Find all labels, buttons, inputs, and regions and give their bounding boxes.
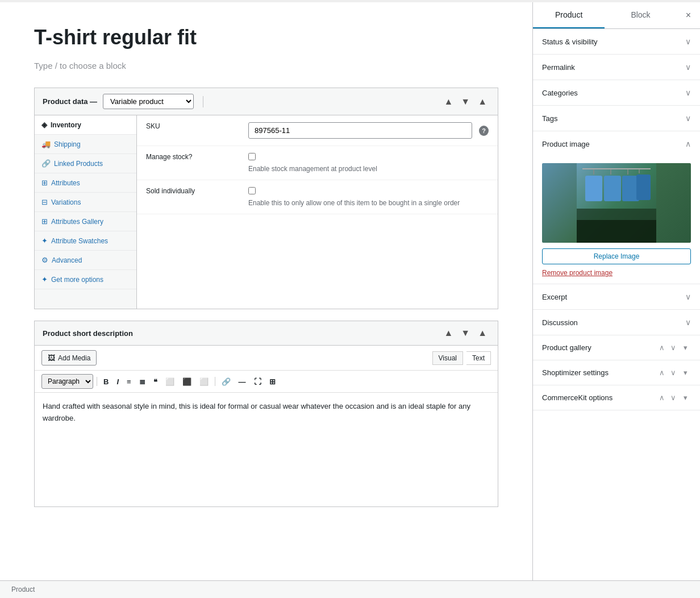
excerpt-section: Excerpt ∨ [533, 284, 700, 310]
product-gallery-down-btn[interactable]: ∨ [669, 342, 678, 353]
align-left-btn[interactable]: ⬜ [163, 376, 177, 388]
short-desc-up-btn[interactable]: ▲ [441, 327, 456, 339]
bold-btn[interactable]: B [101, 376, 111, 388]
right-panel: Product Block × Status & visibility ∨ Pe… [532, 2, 700, 580]
tab-shipping[interactable]: 🚚 Shipping [35, 135, 136, 154]
manage-stock-label: Manage stock? [137, 146, 239, 180]
commercekit-header: CommerceKit options ∧ ∨ ▾ [533, 385, 700, 410]
tab-inventory[interactable]: ◈ Inventory [35, 115, 136, 135]
wp-admin: T-shirt regular fit Type / to choose a b… [0, 0, 700, 598]
star-icon: ✦ [41, 275, 48, 284]
collapse-up-btn[interactable]: ▲ [441, 95, 456, 108]
status-visibility-header[interactable]: Status & visibility ∨ [533, 29, 700, 54]
align-center-btn[interactable]: ⬛ [180, 376, 194, 388]
manage-stock-checkbox-row [248, 153, 489, 160]
sold-individually-checkbox-row [248, 187, 489, 194]
format-select[interactable]: Paragraph [41, 374, 93, 389]
tab-linked-products[interactable]: 🔗 Linked Products [35, 154, 136, 173]
short-desc-header: Product short description ▲ ▼ ▲ [35, 321, 498, 346]
product-data-body: ◈ Inventory 🚚 Shipping 🔗 Linked Products [35, 115, 498, 309]
shipping-icon: 🚚 [41, 140, 51, 148]
tab-attribute-swatches[interactable]: ✦ Attribute Swatches [35, 231, 136, 251]
svg-rect-8 [636, 175, 651, 200]
tags-header[interactable]: Tags ∨ [533, 106, 700, 131]
manage-stock-checkbox[interactable] [248, 153, 256, 160]
commercekit-up-btn[interactable]: ∧ [657, 392, 666, 403]
product-type-select[interactable]: Variable product [103, 94, 194, 109]
swatches-icon: ✦ [41, 236, 48, 245]
shoptimizer-down-btn[interactable]: ∨ [669, 367, 678, 378]
categories-header[interactable]: Categories ∨ [533, 80, 700, 105]
remove-product-image-link[interactable]: Remove product image [542, 269, 691, 277]
product-gallery-up-btn[interactable]: ∧ [657, 342, 666, 353]
tab-attributes-gallery[interactable]: ⊞ Attributes Gallery [35, 212, 136, 231]
panel-tab-product[interactable]: Product [533, 2, 605, 28]
media-icon: 🖼 [48, 354, 55, 362]
manage-stock-help: Enable stock management at product level [248, 165, 489, 173]
panel-tab-block[interactable]: Block [605, 2, 676, 28]
panel-header: Product Block × [533, 2, 700, 29]
categories-chevron: ∨ [685, 88, 691, 97]
product-tabs: ◈ Inventory 🚚 Shipping 🔗 Linked Products [35, 115, 137, 309]
fullscreen-btn[interactable]: ⛶ [251, 376, 264, 388]
permalink-chevron: ∨ [685, 63, 691, 72]
tab-attributes[interactable]: ⊞ Attributes [35, 173, 136, 193]
blockquote-btn[interactable]: ❝ [151, 376, 160, 388]
discussion-header[interactable]: Discussion ∨ [533, 310, 700, 335]
sold-individually-checkbox[interactable] [248, 187, 256, 194]
visual-tab-btn[interactable]: Visual [432, 351, 463, 365]
product-gallery-expand-btn[interactable]: ▾ [680, 342, 691, 353]
short-desc-editor[interactable]: Hand crafted with seasonal style in mind… [35, 393, 498, 506]
short-desc-expand-btn[interactable]: ▲ [475, 327, 490, 339]
bottom-bar: Product [0, 580, 700, 598]
svg-rect-6 [604, 176, 621, 201]
product-gallery-section: Product gallery ∧ ∨ ▾ [533, 335, 700, 360]
sold-individually-checkbox-group: Enable this to only allow one of this it… [248, 187, 489, 207]
variations-icon: ⊟ [41, 198, 48, 206]
sku-help-icon[interactable]: ? [479, 126, 489, 136]
short-desc-down-btn[interactable]: ▼ [458, 327, 473, 339]
tab-advanced[interactable]: ⚙ Advanced [35, 251, 136, 270]
add-media-button[interactable]: 🖼 Add Media [41, 350, 97, 366]
panel-close-btn[interactable]: × [677, 2, 700, 28]
commercekit-down-btn[interactable]: ∨ [669, 392, 678, 403]
manage-stock-row: Manage stock? Enable stock management at… [137, 146, 498, 180]
status-visibility-section: Status & visibility ∨ [533, 29, 700, 55]
excerpt-header[interactable]: Excerpt ∨ [533, 284, 700, 309]
link-btn[interactable]: 🔗 [219, 376, 234, 388]
expand-btn[interactable]: ▲ [475, 95, 490, 108]
replace-image-button[interactable]: Replace Image [542, 248, 691, 264]
align-right-btn[interactable]: ⬜ [197, 376, 211, 388]
shoptimizer-expand-btn[interactable]: ▾ [680, 367, 691, 378]
product-gallery-label: Product gallery [542, 343, 591, 352]
product-image-chevron: ∧ [685, 139, 691, 148]
horizontal-rule-btn[interactable]: — [236, 376, 249, 388]
link-icon: 🔗 [41, 159, 51, 168]
collapse-down-btn[interactable]: ▼ [458, 95, 473, 108]
excerpt-chevron: ∨ [685, 292, 691, 301]
post-title[interactable]: T-shirt regular fit [34, 25, 498, 49]
tags-chevron: ∨ [685, 114, 691, 123]
svg-rect-11 [577, 220, 656, 243]
product-image-content: Replace Image Remove product image [533, 156, 700, 284]
permalink-header[interactable]: Permalink ∨ [533, 55, 700, 80]
product-data-header: Product data — Variable product ▲ ▼ ▲ [35, 88, 498, 115]
ordered-list-btn[interactable]: ≣ [136, 376, 148, 388]
text-tab-btn[interactable]: Text [466, 351, 491, 365]
commercekit-section: CommerceKit options ∧ ∨ ▾ [533, 385, 700, 410]
commercekit-expand-btn[interactable]: ▾ [680, 392, 691, 403]
product-image-header[interactable]: Product image ∧ [533, 131, 700, 156]
product-image-label: Product image [542, 140, 590, 148]
sku-input[interactable] [248, 122, 472, 139]
product-gallery-header: Product gallery ∧ ∨ ▾ [533, 335, 700, 360]
tab-get-more-options[interactable]: ✦ Get more options [35, 270, 136, 289]
tab-variations[interactable]: ⊟ Variations [35, 193, 136, 212]
product-data-label: Product data — [43, 97, 97, 106]
advanced-icon: ⚙ [41, 256, 48, 264]
italic-btn[interactable]: I [114, 376, 122, 388]
short-description-panel: Product short description ▲ ▼ ▲ 🖼 Add Me… [34, 321, 498, 507]
kitchen-sink-btn[interactable]: ⊞ [266, 376, 278, 388]
shoptimizer-up-btn[interactable]: ∧ [657, 367, 666, 378]
diamond-icon: ◈ [41, 121, 47, 129]
unordered-list-btn[interactable]: ≡ [124, 376, 134, 388]
